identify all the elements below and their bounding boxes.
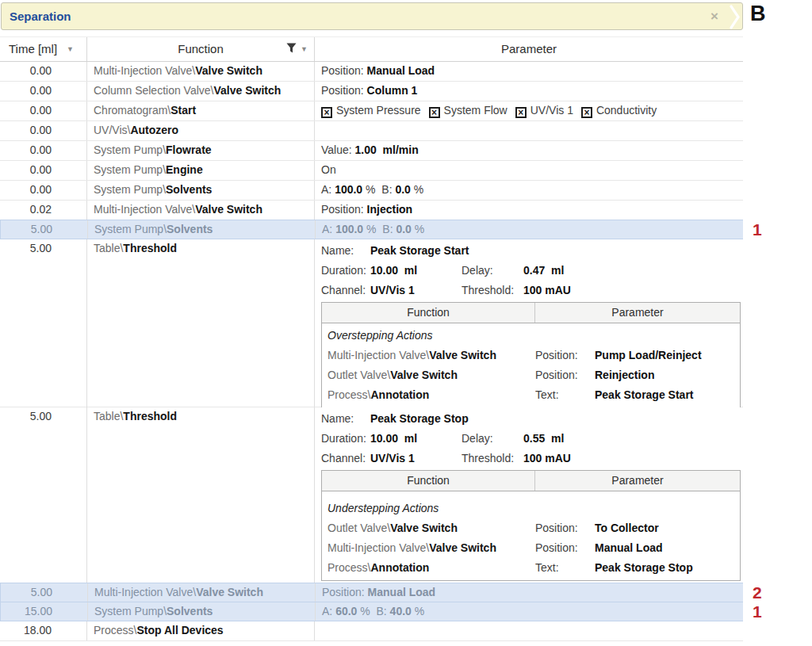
parameter-value: 100.0: [335, 183, 362, 196]
function-device: Table\: [94, 242, 123, 254]
function-command: Annotation: [370, 561, 429, 574]
table-row[interactable]: 0.00UV/Vis\Autozero: [0, 121, 743, 141]
parameter-value: 0.0: [395, 183, 410, 196]
time-cell: 0.00: [0, 161, 87, 180]
row-annotation: 1: [753, 601, 762, 622]
threshold-channel-line: Channel:UV/Vis 1Threshold:100 mAU: [321, 281, 743, 300]
function-command: Valve Switch: [429, 541, 496, 554]
checked-option: ×Conductivity: [581, 104, 657, 117]
parameter-label: Text:: [535, 558, 595, 578]
parameter-label: Position:: [321, 203, 367, 216]
table-row[interactable]: 15.00System Pump\SolventsA: 60.0 % B: 40…: [0, 602, 743, 621]
parameter-label: Position:: [535, 365, 595, 385]
parameter-value: 0.0: [396, 223, 411, 235]
channel-value: UV/Vis 1: [370, 281, 462, 300]
delay-value: 0.55 ml: [523, 429, 564, 449]
filter-icon[interactable]: [286, 37, 297, 61]
duration-label: Duration:: [321, 261, 370, 281]
column-header-parameter[interactable]: Parameter: [315, 37, 743, 61]
table-row[interactable]: 5.00Table\ThresholdName:Peak Storage Sto…: [0, 407, 743, 583]
parameter-value: Peak Storage Stop: [595, 561, 693, 574]
parameter-label: %: [412, 605, 424, 617]
table-row[interactable]: 0.00System Pump\FlowrateValue: 1.00 ml/m…: [0, 141, 743, 161]
function-command: Valve Switch: [390, 369, 458, 381]
parameter-cell: Position: Column 1: [315, 82, 743, 101]
parameter-value: To Collector: [595, 522, 659, 534]
action-row[interactable]: Outlet Valve\Valve SwitchPosition:Reinje…: [322, 365, 740, 385]
close-icon[interactable]: ×: [707, 9, 722, 25]
function-command: Solvents: [166, 183, 212, 196]
table-row[interactable]: 0.00Chromatogram\Start×System Pressure×S…: [0, 101, 743, 121]
action-row[interactable]: Outlet Valve\Valve SwitchPosition:To Col…: [322, 518, 740, 538]
table-row[interactable]: 0.00Multi-Injection Valve\Valve SwitchPo…: [0, 62, 743, 82]
name-label: Name:: [321, 409, 370, 429]
actions-group-label: Overstepping Actions: [322, 325, 740, 346]
function-device: Process\: [327, 388, 370, 401]
function-device: Table\: [94, 410, 123, 422]
name-label: Name:: [321, 241, 370, 261]
table-row[interactable]: 0.00System Pump\EngineOn: [0, 161, 743, 181]
parameter-cell: Position: Manual Load: [315, 62, 743, 81]
function-device: Multi-Injection Valve\: [94, 586, 196, 598]
column-header-function[interactable]: Function ▼: [87, 37, 315, 61]
action-row[interactable]: Process\AnnotationText:Peak Storage Star…: [322, 385, 740, 405]
table-row[interactable]: 18.00Process\Stop All Devices: [0, 621, 743, 641]
parameter-label: Text:: [535, 385, 595, 405]
parameter-value: Injection: [367, 203, 413, 216]
parameter-label: % B:: [363, 223, 396, 235]
action-function-cell: Process\Annotation: [322, 385, 535, 405]
time-cell: 5.00: [1, 220, 88, 239]
parameter-cell: On: [315, 161, 743, 180]
function-command: Engine: [166, 163, 203, 176]
filter-dropdown-arrow-icon[interactable]: ▼: [301, 37, 308, 61]
table-row[interactable]: 5.00Table\ThresholdName:Peak Storage Sta…: [0, 239, 743, 407]
function-cell: Column Selection Valve\Valve Switch: [87, 82, 315, 101]
channel-label: Channel:: [321, 281, 370, 300]
column-header-time[interactable]: Time [ml]▼: [0, 37, 87, 61]
checkbox-checked-icon[interactable]: ×: [429, 107, 440, 118]
checked-option: ×UV/Vis 1: [515, 104, 573, 117]
function-device: Chromatogram\: [94, 104, 170, 117]
parameter-label: %: [411, 183, 423, 196]
function-device: Multi-Injection Valve\: [327, 541, 429, 554]
table-row[interactable]: 5.00System Pump\SolventsA: 100.0 % B: 0.…: [0, 220, 743, 239]
time-cell: 0.00: [0, 82, 87, 101]
function-cell: UV/Vis\Autozero: [87, 121, 315, 140]
parameter-value: Manual Load: [595, 541, 663, 554]
threshold-actions-table: FunctionParameterUnderstepping ActionsOu…: [321, 470, 741, 581]
function-device: Multi-Injection Valve\: [327, 349, 429, 361]
parameter-label: A:: [321, 183, 335, 196]
checkbox-checked-icon[interactable]: ×: [581, 107, 592, 118]
function-command: Stop All Devices: [136, 624, 223, 636]
parameter-value: 60.0: [335, 605, 357, 617]
table-row[interactable]: 0.00Column Selection Valve\Valve SwitchP…: [0, 82, 743, 101]
function-device: Multi-Injection Valve\: [94, 203, 195, 216]
function-command: Flowrate: [166, 143, 212, 156]
dropdown-arrow-icon[interactable]: ▼: [67, 45, 74, 53]
parameter-label: Position:: [321, 84, 367, 97]
parameter-label: On: [321, 163, 336, 176]
table-row[interactable]: 5.00Multi-Injection Valve\Valve SwitchPo…: [0, 583, 743, 602]
function-cell: Chromatogram\Start: [87, 101, 315, 120]
action-row[interactable]: Multi-Injection Valve\Valve SwitchPositi…: [322, 346, 740, 365]
action-row[interactable]: Process\AnnotationText:Peak Storage Stop: [322, 558, 740, 578]
table-row[interactable]: 0.00System Pump\SolventsA: 100.0 % B: 0.…: [0, 181, 743, 201]
panel-titlebar: Separation ×: [1, 2, 743, 30]
checked-option: ×System Pressure: [321, 104, 421, 117]
parameter-cell: [315, 621, 743, 640]
action-row[interactable]: Multi-Injection Valve\Valve SwitchPositi…: [322, 538, 740, 558]
table-row[interactable]: 0.02Multi-Injection Valve\Valve SwitchPo…: [0, 201, 743, 220]
function-cell: Multi-Injection Valve\Valve Switch: [87, 62, 315, 81]
threshold-channel-line: Channel:UV/Vis 1Threshold:100 mAU: [321, 449, 743, 468]
threshold-actions-table: FunctionParameterOverstepping ActionsMul…: [321, 302, 741, 408]
panel-title: Separation: [2, 10, 71, 23]
threshold-name-line: Name:Peak Storage Stop: [321, 409, 743, 429]
function-device: System Pump\: [94, 163, 166, 176]
checkbox-checked-icon[interactable]: ×: [515, 107, 527, 118]
checkbox-checked-icon[interactable]: ×: [321, 107, 332, 118]
delay-label: Delay:: [462, 261, 523, 281]
time-cell: 0.00: [0, 121, 87, 140]
function-cell: Table\Threshold: [87, 239, 315, 408]
parameter-label: Position:: [322, 586, 368, 598]
threshold-name-line: Name:Peak Storage Start: [321, 241, 743, 261]
